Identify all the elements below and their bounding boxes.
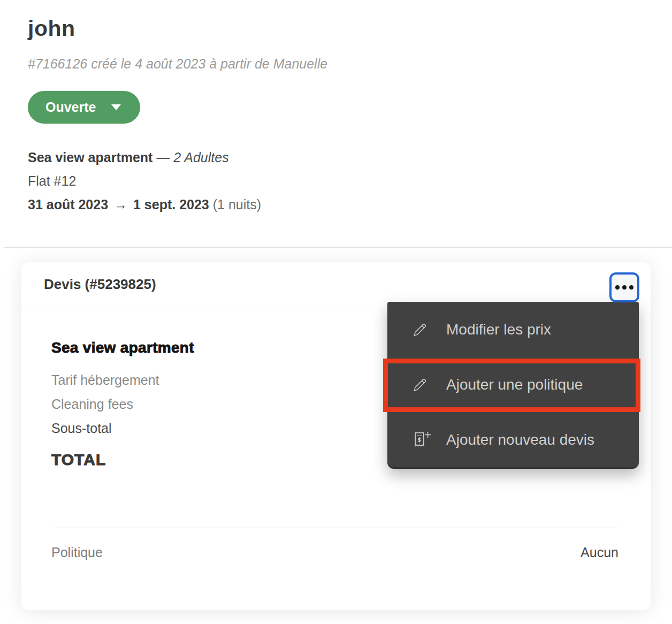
line-item: Tarif hébergement	[51, 372, 159, 388]
menu-item-add-policy[interactable]: Ajouter une politique	[387, 357, 639, 412]
status-label: Ouverte	[45, 100, 96, 115]
policy-value: Aucun	[581, 545, 618, 560]
nights-count: (1 nuits)	[213, 197, 261, 212]
start-date: 31 août 2023	[28, 197, 108, 212]
invoice-add-icon	[412, 430, 433, 450]
menu-item-label: Modifier les prix	[446, 321, 551, 338]
policy-row: Politique Aucun	[51, 545, 618, 560]
ellipsis-icon	[615, 285, 620, 290]
arrow-right-icon: →	[112, 197, 129, 212]
total-label: TOTAL	[51, 451, 106, 469]
pencil-icon	[412, 322, 433, 338]
room-name: Sea view apartment	[28, 150, 152, 165]
status-dropdown-button[interactable]: Ouverte	[28, 91, 140, 124]
unit-name: Flat #12	[28, 169, 261, 193]
booking-room-line: Sea view apartment — 2 Adultes	[28, 146, 261, 169]
more-options-button[interactable]	[609, 272, 639, 302]
menu-item-add-new-quote[interactable]: Ajouter nouveau devis	[387, 412, 639, 467]
quote-card-title: Devis (#5239825)	[44, 276, 156, 293]
subtotal-label: Sous-total	[51, 421, 112, 436]
context-menu: Modifier les prix Ajouter une politique	[387, 302, 639, 469]
quote-product-name: Sea view apartment	[51, 339, 194, 356]
booking-dates-line: 31 août 2023 → 1 sept. 2023 (1 nuits)	[28, 193, 261, 216]
menu-item-modify-prices[interactable]: Modifier les prix	[387, 302, 639, 357]
booking-summary: Sea view apartment — 2 Adultes Flat #12 …	[28, 146, 261, 216]
booking-detail-page: john #7166126 créé le 4 août 2023 à part…	[0, 0, 672, 624]
policy-label: Politique	[51, 545, 103, 560]
guest-name-title: john	[28, 16, 75, 41]
booking-reference-subtitle: #7166126 créé le 4 août 2023 à partir de…	[28, 56, 327, 72]
menu-item-label: Ajouter nouveau devis	[446, 431, 594, 448]
end-date: 1 sept. 2023	[133, 197, 209, 212]
menu-item-label: Ajouter une politique	[446, 376, 583, 393]
occupancy: 2 Adultes	[173, 150, 228, 165]
card-inner-divider	[51, 528, 621, 528]
chevron-down-icon	[111, 104, 121, 110]
line-item: Cleaning fees	[51, 397, 133, 412]
section-divider	[4, 247, 672, 248]
pencil-icon	[412, 377, 433, 393]
